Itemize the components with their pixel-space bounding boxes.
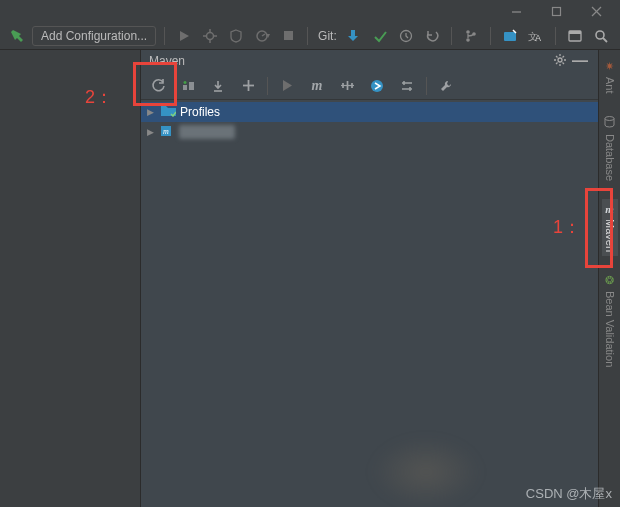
git-history-icon[interactable] [395, 25, 417, 47]
run-icon[interactable] [173, 25, 195, 47]
panel-header: Maven — [141, 50, 598, 72]
run-config-dropdown[interactable]: Add Configuration... [32, 26, 156, 46]
separator [307, 27, 308, 45]
right-tool-rail: ✷ Ant Database m Maven ❂ Bean Validation [598, 50, 620, 507]
stop-icon[interactable] [277, 25, 299, 47]
build-icon[interactable] [6, 25, 28, 47]
git-rollback-icon[interactable] [421, 25, 443, 47]
svg-text:m: m [163, 127, 169, 136]
ant-icon: ✷ [605, 60, 614, 73]
maven-tree: ▶ Profiles ▶ m [141, 100, 598, 144]
separator [267, 77, 268, 95]
close-button[interactable] [576, 0, 616, 22]
coverage-icon[interactable] [225, 25, 247, 47]
execute-goal-icon[interactable]: m [306, 75, 328, 97]
maximize-button[interactable] [536, 0, 576, 22]
content-area: Maven — m ▶ [0, 50, 598, 507]
separator [555, 27, 556, 45]
ide-settings-icon[interactable] [564, 25, 586, 47]
git-branch-icon[interactable] [460, 25, 482, 47]
wrench-icon[interactable] [435, 75, 457, 97]
svg-point-43 [605, 116, 614, 120]
separator [490, 27, 491, 45]
search-icon[interactable] [590, 25, 612, 47]
svg-rect-1 [552, 7, 560, 15]
show-dependencies-icon[interactable] [396, 75, 418, 97]
maven-panel: Maven — m ▶ [140, 50, 598, 507]
database-icon [604, 116, 615, 130]
hide-icon[interactable]: — [570, 52, 590, 70]
svg-text:A: A [535, 33, 541, 43]
bean-icon: ❂ [605, 274, 614, 287]
git-label: Git: [318, 29, 337, 43]
add-project-icon[interactable] [237, 75, 259, 97]
rail-label: Bean Validation [604, 291, 616, 367]
toggle-skip-tests-icon[interactable] [366, 75, 388, 97]
background-shadow [371, 437, 481, 507]
svg-line-10 [262, 34, 265, 36]
toggle-offline-icon[interactable] [336, 75, 358, 97]
expand-arrow-icon[interactable]: ▶ [147, 107, 157, 117]
svg-line-30 [563, 56, 565, 58]
code-with-me-icon[interactable] [499, 25, 521, 47]
gear-icon[interactable] [550, 53, 570, 70]
title-bar [0, 0, 620, 22]
main-toolbar: Add Configuration... ▾ Git: 文A [0, 22, 620, 50]
rail-bean-validation[interactable]: ❂ Bean Validation [602, 270, 618, 371]
separator [426, 77, 427, 95]
svg-line-28 [556, 56, 558, 58]
svg-point-13 [466, 30, 470, 34]
svg-point-23 [558, 58, 562, 62]
tree-node-profiles[interactable]: ▶ Profiles [141, 102, 598, 122]
svg-line-29 [563, 62, 565, 64]
generate-sources-icon[interactable] [177, 75, 199, 97]
rail-label: Ant [604, 77, 616, 94]
svg-point-4 [207, 32, 214, 39]
panel-toolbar: m [141, 72, 598, 100]
svg-rect-20 [569, 31, 581, 34]
tree-label-blurred [179, 125, 235, 139]
minimize-button[interactable] [496, 0, 536, 22]
svg-line-22 [603, 38, 607, 42]
expand-arrow-icon[interactable]: ▶ [147, 127, 157, 137]
editor-gutter [0, 50, 140, 507]
rail-ant[interactable]: ✷ Ant [602, 56, 618, 98]
maven-module-icon: m [161, 124, 175, 140]
svg-rect-16 [504, 32, 516, 41]
rail-label: Database [604, 134, 616, 181]
rail-maven[interactable]: m Maven [602, 199, 618, 256]
git-update-icon[interactable] [343, 25, 365, 47]
panel-title: Maven [149, 54, 185, 68]
tree-label: Profiles [180, 105, 220, 119]
folder-icon [161, 105, 176, 120]
tree-node-project[interactable]: ▶ m [141, 122, 598, 142]
rail-label: Maven [604, 219, 616, 252]
svg-line-31 [556, 62, 558, 64]
svg-point-14 [466, 38, 470, 42]
svg-point-21 [596, 31, 604, 39]
translate-icon[interactable]: 文A [525, 25, 547, 47]
separator [164, 27, 165, 45]
run-maven-icon[interactable] [276, 75, 298, 97]
rail-database[interactable]: Database [602, 112, 618, 185]
reload-icon[interactable] [147, 75, 169, 97]
download-sources-icon[interactable] [207, 75, 229, 97]
profile-icon[interactable]: ▾ [251, 25, 273, 47]
git-commit-icon[interactable] [369, 25, 391, 47]
debug-icon[interactable] [199, 25, 221, 47]
svg-rect-11 [284, 31, 293, 40]
separator [451, 27, 452, 45]
maven-icon: m [605, 203, 614, 215]
